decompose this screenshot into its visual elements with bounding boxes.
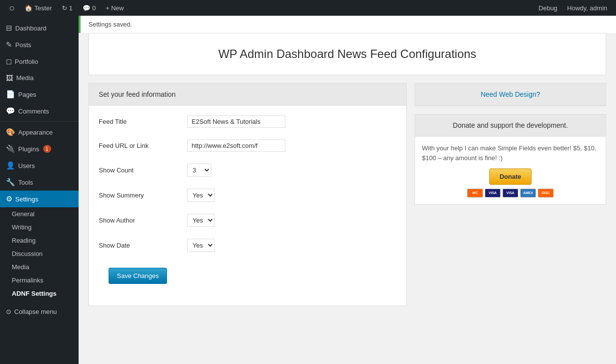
show-author-select[interactable]: Yes No [187, 214, 215, 227]
discover-icon: DISC [538, 189, 554, 197]
sidebar-item-label: Posts [15, 41, 31, 49]
admin-bar: ○ 🏠 Tester ↻ 1 💬 0 + New Debug Howdy, ad… [0, 0, 616, 16]
web-design-link[interactable]: Need Web Design? [480, 90, 540, 98]
sidebar-item-users[interactable]: 👤 Users [0, 157, 79, 174]
plugins-badge: 1 [43, 145, 51, 153]
show-date-select[interactable]: Yes No [187, 239, 215, 252]
form-body: Feed Title Feed URL or Link Show Count [89, 106, 406, 294]
sidebar-item-label: Plugins [18, 145, 39, 153]
users-icon: 👤 [6, 161, 15, 170]
sidebar-item-label: Appearance [18, 129, 53, 136]
web-design-box: Need Web Design? [415, 83, 606, 106]
settings-notice: Settings saved. [79, 16, 616, 33]
plugin-header: WP Admin Dashboard News Feed Configurati… [88, 33, 606, 75]
page-title: WP Admin Dashboard News Feed Configurati… [103, 47, 592, 61]
donate-button[interactable]: Donate [489, 168, 532, 185]
settings-icon: ⚙ [6, 195, 12, 203]
feed-title-input[interactable] [187, 115, 285, 128]
sidebar-item-label: Media [16, 74, 33, 82]
sidebar-sub-adnf[interactable]: ADNF Settings [0, 287, 79, 300]
plugins-icon: 🔌 [6, 144, 15, 153]
feed-title-label: Feed Title [99, 118, 187, 125]
show-summery-row: Show Summery Yes No [99, 189, 396, 202]
sidebar-item-label: Pages [18, 91, 36, 98]
collapse-label: Collapse menu [14, 308, 57, 315]
feed-url-row: Feed URL or Link [99, 140, 396, 152]
home-icon: 🏠 [25, 4, 32, 12]
mastercard-icon: MC [467, 189, 483, 197]
sidebar-item-label: Portfolio [15, 58, 38, 65]
sidebar-sub-discussion[interactable]: Discussion [0, 247, 79, 260]
wp-logo-button[interactable]: ○ [4, 0, 20, 16]
sidebar-sub-general[interactable]: General [0, 207, 79, 221]
pages-icon: 📄 [6, 90, 15, 99]
show-date-row: Show Date Yes No [99, 239, 396, 252]
howdy-label: Howdy, admin [567, 4, 607, 12]
sidebar-sub-writing[interactable]: Writing [0, 221, 79, 234]
donate-box: Donate and support the development. With… [415, 114, 606, 205]
collapse-icon: ⊙ [6, 308, 11, 315]
sidebar-item-tools[interactable]: 🔧 Tools [0, 174, 79, 191]
sidebar-item-label: Settings [15, 196, 38, 203]
show-author-row: Show Author Yes No [99, 214, 396, 227]
updates-count: 1 [69, 4, 73, 12]
notice-message: Settings saved. [88, 21, 132, 28]
web-design-link-container: Need Web Design? [415, 84, 606, 106]
save-changes-button[interactable]: Save Changes [109, 268, 167, 284]
sidebar-item-portfolio[interactable]: ◻ Portfolio [0, 53, 79, 70]
sidebar-item-label: Comments [18, 108, 49, 115]
howdy-button[interactable]: Howdy, admin [562, 0, 612, 16]
payment-icons: MC VISA VISA AMEX DISC [422, 189, 599, 197]
sidebar-item-pages[interactable]: 📄 Pages [0, 86, 79, 103]
sidebar-item-posts[interactable]: ✎ Posts [0, 36, 79, 53]
feed-url-label: Feed URL or Link [99, 142, 187, 149]
collapse-menu-button[interactable]: ⊙ Collapse menu [0, 304, 79, 319]
sidebar-item-comments[interactable]: 💬 Comments [0, 103, 79, 119]
sidebar-sub-reading[interactable]: Reading [0, 234, 79, 247]
posts-icon: ✎ [6, 40, 12, 49]
new-label: + New [106, 4, 124, 12]
show-count-label: Show Count [99, 167, 187, 174]
appearance-icon: 🎨 [6, 128, 15, 137]
sidebar-item-settings[interactable]: ⚙ Settings [0, 191, 79, 207]
side-panel: Need Web Design? Donate and support the … [415, 83, 606, 205]
sidebar-item-label: Dashboard [15, 25, 47, 32]
dashboard-icon: ⊟ [6, 24, 12, 32]
sidebar-item-media[interactable]: 🖼 Media [0, 70, 79, 86]
sidebar-item-plugins[interactable]: 🔌 Plugins 1 [0, 140, 79, 157]
donate-body: With your help I can make Simple Fields … [415, 137, 606, 204]
comments-icon: 💬 [83, 4, 90, 12]
sidebar-item-dashboard[interactable]: ⊟ Dashboard [0, 20, 79, 36]
form-panel: Set your feed information Feed Title Fee… [88, 83, 407, 306]
visa-icon-1: VISA [485, 189, 501, 197]
sidebar-sub-permalinks[interactable]: Permalinks [0, 274, 79, 287]
show-author-label: Show Author [99, 217, 187, 224]
show-count-row: Show Count 1 2 3 4 5 10 [99, 164, 396, 177]
feed-url-input[interactable] [187, 140, 285, 152]
sidebar-sub-media[interactable]: Media [0, 260, 79, 274]
debug-button[interactable]: Debug [533, 0, 562, 16]
comments-count: 0 [92, 4, 96, 12]
site-name-label: Tester [34, 4, 52, 12]
updates-button[interactable]: ↻ 1 [57, 0, 78, 16]
sidebar-item-appearance[interactable]: 🎨 Appearance [0, 124, 79, 140]
show-summery-select[interactable]: Yes No [187, 189, 215, 202]
show-date-label: Show Date [99, 242, 187, 249]
donate-btn-wrap: Donate MC VISA VISA AMEX DISC [422, 168, 599, 197]
sidebar-divider [0, 121, 79, 122]
form-panel-header: Set your feed information [89, 84, 406, 106]
updates-icon: ↻ [62, 4, 67, 12]
comments-button[interactable]: 💬 0 [78, 0, 101, 16]
form-header-label: Set your feed information [99, 90, 175, 98]
show-summery-label: Show Summery [99, 192, 187, 199]
new-content-button[interactable]: + New [101, 0, 129, 16]
sidebar-item-label: Users [18, 162, 35, 169]
visa-icon-2: VISA [503, 189, 518, 197]
donate-text: With your help I can make Simple Fields … [422, 144, 596, 162]
content-row: Set your feed information Feed Title Fee… [88, 83, 606, 306]
site-name-button[interactable]: 🏠 Tester [20, 0, 56, 16]
comments-nav-icon: 💬 [6, 107, 15, 115]
show-count-select[interactable]: 1 2 3 4 5 10 [187, 164, 211, 177]
main-content: Settings saved. WP Admin Dashboard News … [79, 16, 616, 364]
sidebar-item-label: Tools [18, 179, 33, 186]
